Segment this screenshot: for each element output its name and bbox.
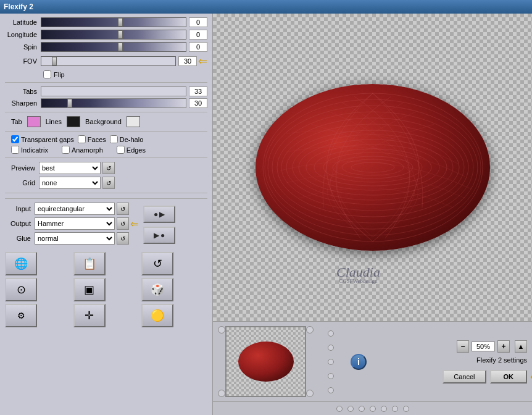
fov-label: FOV [5,57,41,65]
flip-checkbox[interactable] [43,70,51,78]
bottom-dot-4 [370,406,376,412]
grid-select[interactable]: none 10° 15° 30° [39,177,101,189]
ok-button[interactable]: OK ⇐ [490,370,528,384]
svg-point-3 [286,130,459,204]
zoom-arrow-button[interactable]: ▲ [515,340,527,353]
tabs-row: Tabs [5,86,207,96]
ok-label: OK [504,373,514,380]
faces-label[interactable]: Faces [78,135,106,143]
color-button[interactable]: 🟡 [141,304,173,327]
anamorph-label[interactable]: Anamorph [62,146,103,154]
checkboxes-row1: Transparent gaps Faces De-halo [11,135,207,143]
bottom-dot-7 [403,406,409,412]
preview-select[interactable]: best fast none [39,162,101,174]
tool-button-4[interactable]: ⊙ [5,278,37,301]
right-controls: − 50% + ▲ Flexify 2 settings Cancel OK ⇐ [443,340,527,384]
tabs-value[interactable] [189,86,207,96]
longitude-label: Longitude [5,31,41,38]
indicatrix-checkbox[interactable] [11,146,19,154]
edges-checkbox[interactable] [117,146,125,154]
transparent-gaps-label[interactable]: Transparent gaps [11,135,74,143]
fov-slider[interactable] [41,56,176,66]
faces-checkbox[interactable] [78,135,86,143]
output-select[interactable]: Hammer equirectangular [35,217,115,230]
flip-label: Flip [54,71,65,78]
preview-row: Preview best fast none ↺ [5,162,207,174]
glue-select[interactable]: normal blend [35,232,115,245]
spin-value[interactable] [189,42,207,52]
app-title: Flexify 2 [4,2,33,11]
longitude-slider[interactable] [41,30,186,40]
glue-label: Glue [5,235,35,242]
left-panel: Latitude Longitude Spin FOV [0,14,213,415]
zoom-plus-button[interactable]: + [497,340,510,353]
overlay-lines [256,84,490,251]
settings-button[interactable]: ⚙ [5,304,37,327]
move-button[interactable]: ✛ [73,304,106,327]
glue-refresh-button[interactable]: ↺ [117,232,129,245]
bottom-dot-2 [347,406,354,412]
input-select[interactable]: equirectangular hammer [35,203,115,215]
thumbnail[interactable] [226,327,305,396]
fov-thumb[interactable] [52,57,57,65]
preview-label: Preview [5,164,39,172]
dot-br [306,390,314,397]
svg-point-4 [299,140,447,195]
indicatrix-text: Indicatrix [21,146,48,154]
play-button-1[interactable]: ● ▶ [143,206,175,223]
svg-point-8 [265,99,481,235]
transparent-gaps-checkbox[interactable] [11,135,19,143]
longitude-thumb[interactable] [118,30,123,39]
grid-refresh-button[interactable]: ↺ [102,177,115,189]
tool-button-5[interactable]: ▣ [73,278,106,301]
tool-button-6[interactable]: 🎲 [141,278,173,301]
tool-button-3[interactable]: ↺ [141,252,173,275]
bottom-dots-row [213,401,532,415]
play-button-2[interactable]: ▶ ● [143,227,175,244]
output-arrow-icon: ⇐ [130,218,138,230]
cancel-button[interactable]: Cancel [443,370,486,384]
divider-5 [5,193,207,193]
sharpen-slider[interactable] [41,98,186,108]
latitude-slider[interactable] [41,17,186,27]
preview-refresh-button[interactable]: ↺ [102,162,115,174]
sharpen-thumb[interactable] [67,99,72,107]
spin-thumb[interactable] [118,43,123,51]
tool-button-2[interactable]: 📋 [73,252,106,275]
spin-label: Spin [5,43,41,51]
background-color-swatch[interactable] [127,116,140,127]
de-halo-label[interactable]: De-halo [110,135,144,143]
spin-slider[interactable] [41,42,186,52]
fov-value[interactable] [178,56,197,66]
lines-color-swatch[interactable] [67,116,80,127]
flip-row: Flip [43,70,207,78]
disc-icon-2: ● [160,231,165,240]
latitude-row: Latitude [5,17,207,27]
indicatrix-label[interactable]: Indicatrix [11,146,48,154]
watermark-sub: CGSFWebdesign [336,278,380,284]
glue-row: Glue normal blend ↺ [5,232,138,245]
anamorph-checkbox[interactable] [62,146,70,154]
input-refresh-button[interactable]: ↺ [117,203,129,215]
zoom-minus-button[interactable]: − [457,340,469,353]
grid-label: Grid [5,179,39,187]
io-left: Input equirectangular hammer ↺ Output Ha… [5,203,138,247]
sharpen-value[interactable] [189,98,207,108]
info-button[interactable]: i [351,354,367,370]
longitude-value[interactable] [189,30,207,40]
dot-tr [306,326,314,333]
title-bar: Flexify 2 [0,0,532,14]
tab-color-swatch[interactable] [27,116,41,127]
canvas-area[interactable]: Claudia CGSFWebdesign [213,14,532,321]
de-halo-checkbox[interactable] [110,135,118,143]
latitude-value[interactable] [189,17,207,27]
dot-r3 [328,359,334,365]
svg-point-0 [263,93,483,241]
tabs-slider[interactable] [41,86,186,96]
thumbnail-container [218,326,314,397]
edges-label[interactable]: Edges [117,146,146,154]
latitude-thumb[interactable] [118,18,123,27]
output-refresh-button[interactable]: ↺ [117,217,129,230]
tool-button-1[interactable]: 🌐 [5,252,37,275]
flip-checkbox-label[interactable]: Flip [43,70,65,78]
